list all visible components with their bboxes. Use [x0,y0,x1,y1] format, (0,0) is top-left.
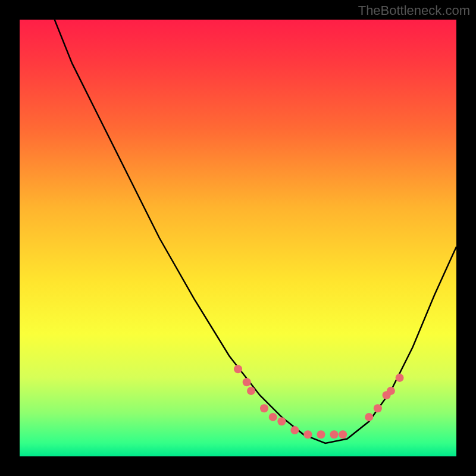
data-point [269,413,277,421]
data-point [387,387,395,395]
data-point [339,430,347,439]
chart-container: TheBottleneck.com [0,0,476,476]
data-point [303,430,312,439]
data-point [247,387,255,395]
chart-svg [20,20,456,456]
watermark-text: TheBottleneck.com [358,3,470,18]
data-point [374,404,382,412]
data-point [317,430,325,439]
gradient-plot-area [20,20,456,456]
data-point [260,404,268,412]
data-point [365,413,373,421]
data-point [243,378,251,386]
data-point [330,430,339,439]
data-point [277,417,286,425]
data-point [234,365,242,373]
data-point [290,426,299,434]
data-point [396,374,404,382]
